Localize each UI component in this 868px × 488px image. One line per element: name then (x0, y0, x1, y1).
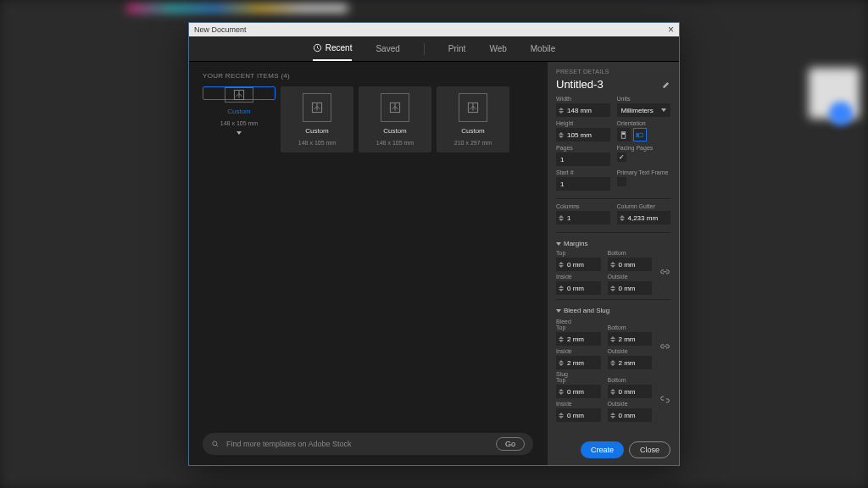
tab-recent-label: Recent (326, 43, 353, 53)
margin-outside[interactable]: 0 mm (608, 281, 653, 295)
card-name: Custom (383, 127, 407, 135)
edit-title-icon[interactable] (662, 80, 670, 89)
preset-card[interactable]: Custom210 x 297 mm (437, 86, 509, 152)
preset-details-label: PRESET DETAILS (556, 69, 670, 75)
primary-text-frame-checkbox[interactable] (617, 177, 626, 186)
recent-items-label: YOUR RECENT ITEMS (4) (203, 72, 533, 80)
columns-label: Columns (556, 203, 610, 209)
slug-inside[interactable]: 0 mm (556, 408, 601, 422)
titlebar: New Document × (189, 23, 679, 36)
slug-outside[interactable]: 0 mm (608, 408, 653, 422)
card-dim: 210 x 297 mm (454, 140, 492, 146)
bleed-label: Bleed (556, 319, 670, 324)
margin-top[interactable]: 0 mm (556, 258, 601, 271)
units-label: Units (617, 96, 671, 102)
card-dim: 148 x 105 mm (220, 120, 258, 126)
bleed-slug-section[interactable]: Bleed and Slug (556, 307, 670, 314)
category-tabs: Recent Saved Print Web Mobile (189, 36, 679, 62)
preset-card[interactable]: Custom148 x 105 mm (359, 86, 431, 152)
close-button[interactable]: Close (629, 441, 670, 458)
tab-web[interactable]: Web (489, 36, 506, 61)
orientation-label: Orientation (617, 120, 671, 126)
stock-search[interactable]: Find more templates on Adobe Stock Go (203, 433, 533, 455)
search-go-button[interactable]: Go (496, 437, 525, 451)
preset-card[interactable]: Custom148 x 105 mm (203, 86, 275, 100)
margin-bottom[interactable]: 0 mm (608, 258, 653, 271)
clock-icon (313, 43, 322, 53)
pages-input[interactable]: 1 (556, 152, 610, 166)
card-name: Custom (461, 127, 485, 135)
height-label: Height (556, 120, 610, 126)
orientation-landscape[interactable] (633, 128, 647, 141)
bleed-outside[interactable]: 2 mm (608, 356, 653, 369)
svg-rect-7 (622, 132, 625, 134)
start-label: Start # (556, 169, 610, 175)
tab-recent[interactable]: Recent (313, 36, 353, 61)
preset-card[interactable]: Custom148 x 105 mm (281, 86, 353, 152)
create-button[interactable]: Create (581, 441, 624, 458)
units-select[interactable]: Millimeters (617, 103, 671, 117)
margin-inside[interactable]: 0 mm (556, 281, 601, 295)
document-title[interactable]: Untitled-3 (556, 78, 604, 91)
height-input[interactable]: 105 mm (556, 128, 610, 141)
gutter-label: Column Gutter (617, 203, 671, 209)
width-input[interactable]: 148 mm (556, 103, 610, 117)
tab-mobile[interactable]: Mobile (531, 36, 555, 61)
tab-divider (424, 43, 425, 55)
page-icon (459, 93, 487, 122)
card-name: Custom (227, 108, 251, 115)
search-placeholder: Find more templates on Adobe Stock (226, 440, 352, 448)
primary-text-frame-label: Primary Text Frame (617, 169, 671, 175)
new-document-dialog: New Document × Recent Saved Print Web Mo… (188, 22, 680, 466)
width-label: Width (556, 96, 610, 102)
link-margins-icon[interactable] (660, 268, 670, 277)
preset-details-panel: PRESET DETAILS Untitled-3 Width 148 mm U… (547, 62, 679, 465)
orientation-portrait[interactable] (617, 128, 631, 141)
search-icon (211, 440, 220, 448)
dialog-title: New Document (194, 25, 247, 34)
page-icon (225, 87, 253, 103)
link-bleed-icon[interactable] (660, 342, 670, 352)
margins-section[interactable]: Margins (556, 240, 670, 247)
tab-print[interactable]: Print (448, 36, 466, 61)
slug-bottom[interactable]: 0 mm (608, 385, 653, 398)
gutter-input[interactable]: 4,233 mm (617, 211, 671, 225)
svg-rect-9 (637, 134, 639, 136)
link-slug-icon[interactable] (660, 395, 670, 404)
facing-pages-checkbox[interactable] (617, 152, 626, 162)
preset-cards: Custom148 x 105 mmCustom148 x 105 mmCust… (203, 86, 533, 152)
page-icon (381, 93, 409, 122)
card-dim: 148 x 105 mm (376, 140, 414, 146)
slug-top[interactable]: 0 mm (556, 385, 601, 398)
preset-grid-panel: YOUR RECENT ITEMS (4) Custom148 x 105 mm… (189, 62, 547, 465)
pages-label: Pages (556, 145, 610, 151)
close-icon[interactable]: × (668, 25, 674, 35)
bleed-bottom[interactable]: 2 mm (608, 332, 653, 346)
slug-label: Slug (556, 371, 670, 377)
card-name: Custom (305, 127, 329, 135)
start-input[interactable]: 1 (556, 177, 610, 191)
card-dim: 148 x 105 mm (298, 140, 336, 146)
facing-pages-label: Facing Pages (617, 145, 671, 151)
tab-saved[interactable]: Saved (376, 36, 399, 61)
columns-input[interactable]: 1 (556, 211, 610, 225)
page-icon (303, 93, 331, 122)
bleed-inside[interactable]: 2 mm (556, 356, 601, 369)
bleed-top[interactable]: 2 mm (556, 332, 601, 346)
svg-point-5 (213, 441, 217, 446)
